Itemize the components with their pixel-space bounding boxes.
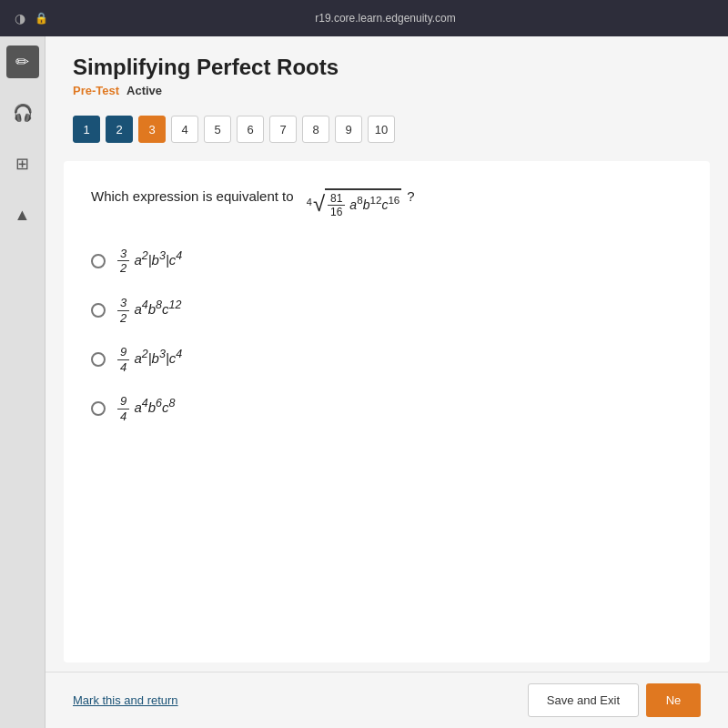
option-a-label: 3 2 a2|b3|c4 [116,247,182,276]
save-exit-button[interactable]: Save and Exit [528,683,639,717]
question-nav: 1 2 3 4 5 6 7 8 9 10 [46,106,728,152]
option-b-label: 3 2 a4b8c12 [116,296,181,325]
nav-btn-4[interactable]: 4 [171,116,198,143]
radio-d[interactable] [91,401,106,416]
radio-c[interactable] [91,352,106,367]
option-a[interactable]: 3 2 a2|b3|c4 [91,247,682,276]
fraction-81-16: 81 16 [328,192,345,219]
question-text: Which expression is equivalent to 4 √ 81… [91,188,682,219]
question-card: Which expression is equivalent to 4 √ 81… [64,161,710,662]
nav-btn-10[interactable]: 10 [368,116,395,143]
radio-a[interactable] [91,254,106,268]
option-b[interactable]: 3 2 a4b8c12 [91,296,682,325]
nav-btn-3[interactable]: 3 [138,116,166,143]
nav-btn-6[interactable]: 6 [237,116,264,143]
fraction-denominator: 16 [328,206,345,218]
radio-b[interactable] [91,303,106,318]
headphone-icon[interactable]: 🎧 [6,96,39,129]
nav-btn-8[interactable]: 8 [302,116,329,143]
breadcrumb-pretest: Pre-Test [73,84,119,97]
question-prefix: Which expression is equivalent to [91,188,294,204]
nav-btn-1[interactable]: 1 [73,116,100,143]
footer-bar: Mark this and return Save and Exit Ne [46,672,728,728]
browser-icon: ◑ [15,11,25,25]
top-header: Simplifying Perfect Roots Pre-Test Activ… [46,36,728,106]
breadcrumb-active: Active [126,84,162,97]
footer-buttons: Save and Exit Ne [528,683,701,717]
radical-symbol: √ [313,193,325,215]
main-content: ✏ 🎧 ⊞ ▲ Simplifying Perfect Roots Pre-Te… [0,36,728,728]
browser-bar: ◑ 🔒 r19.core.learn.edgenuity.com [0,0,728,36]
option-c[interactable]: 9 4 a2|b3|c4 [91,345,682,374]
mark-return-link[interactable]: Mark this and return [73,693,178,707]
lock-icon: 🔒 [35,12,48,25]
content-area: Simplifying Perfect Roots Pre-Test Activ… [46,36,728,728]
breadcrumb: Pre-Test Active [73,84,701,97]
nav-btn-9[interactable]: 9 [335,116,362,143]
page-title: Simplifying Perfect Roots [73,55,701,80]
radical-content: 81 16 a8b12c16 [325,188,401,219]
fraction-numerator: 81 [328,192,345,206]
next-button[interactable]: Ne [646,683,701,717]
calculator-icon[interactable]: ⊞ [6,147,39,180]
option-c-label: 9 4 a2|b3|c4 [116,345,182,374]
option-d[interactable]: 9 4 a4b6c8 [91,394,682,423]
nav-btn-5[interactable]: 5 [204,116,231,143]
option-d-label: 9 4 a4b6c8 [116,394,175,423]
answer-options: 3 2 a2|b3|c4 3 2 a4b8c12 [91,247,682,424]
sidebar: ✏ 🎧 ⊞ ▲ [0,36,46,728]
nav-btn-7[interactable]: 7 [269,116,297,143]
question-suffix: ? [407,188,414,204]
arrow-up-icon[interactable]: ▲ [6,198,39,231]
url-bar: r19.core.learn.edgenuity.com [315,12,456,25]
radical-index: 4 [307,197,312,207]
pencil-icon[interactable]: ✏ [6,46,39,78]
nav-btn-2[interactable]: 2 [106,116,133,143]
radical-expression: 4 √ 81 16 a8b12c16 [307,188,402,219]
